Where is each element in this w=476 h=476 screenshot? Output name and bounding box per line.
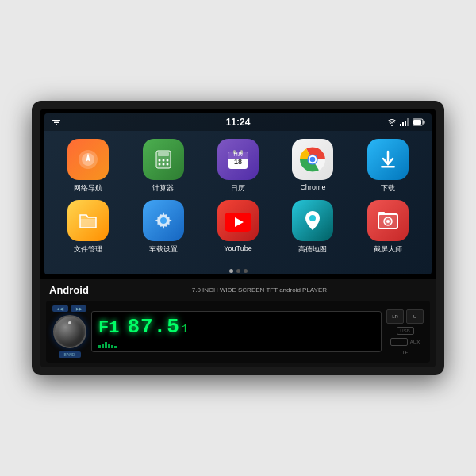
svg-rect-33: [80, 219, 96, 228]
signal-icon: [400, 117, 409, 127]
bar-1: [98, 345, 101, 348]
svg-point-19: [162, 163, 164, 166]
next-track-button[interactable]: |▶▶: [71, 305, 86, 312]
svg-rect-0: [52, 120, 60, 121]
lr-button[interactable]: LR: [386, 309, 404, 324]
app-grid: 网络导航: [44, 131, 432, 266]
svg-point-16: [162, 159, 164, 162]
settings-icon: [143, 200, 184, 241]
svg-rect-14: [158, 152, 169, 156]
app-download[interactable]: 下载: [354, 139, 422, 194]
svg-point-31: [310, 157, 316, 163]
svg-point-15: [158, 159, 160, 162]
nav-icon: [67, 139, 109, 180]
signal-bars: [98, 340, 374, 348]
svg-rect-3: [400, 124, 401, 126]
volume-knob[interactable]: [53, 315, 86, 348]
radio-panel: ◀◀| |▶▶ BAND F1 87.5 1: [46, 301, 430, 363]
calc-icon: [143, 139, 184, 180]
svg-rect-2: [56, 124, 57, 125]
app-screenshot[interactable]: 截屏大师: [354, 200, 422, 255]
svg-rect-6: [407, 118, 409, 126]
freq-number: 87.5: [127, 315, 179, 339]
right-controls: LR U USB AUX TF: [386, 309, 424, 355]
u-button[interactable]: U: [406, 309, 424, 324]
app-calculator[interactable]: 计算器: [129, 139, 197, 194]
tf-label: TF: [402, 350, 408, 355]
status-right-icons: [387, 117, 425, 127]
calc-label: 计算器: [152, 183, 174, 194]
dot-1: [229, 269, 233, 273]
product-label: 7.0 INCH WIDE SCREEN TFT android PLAYER: [95, 286, 424, 294]
status-time: 11:24: [226, 117, 251, 128]
prev-track-button[interactable]: ◀◀|: [52, 305, 68, 312]
screenshot-label: 截屏大师: [374, 244, 402, 255]
bar-2: [102, 344, 104, 348]
svg-rect-9: [413, 120, 421, 125]
dot-2: [236, 269, 240, 273]
maps-icon: [292, 200, 333, 241]
freq-prefix: F1: [98, 318, 119, 338]
svg-rect-40: [378, 212, 385, 214]
battery-icon: [413, 118, 425, 126]
bar-6: [114, 346, 117, 348]
tf-aux-group: AUX: [390, 338, 420, 346]
panel-top: Android 7.0 INCH WIDE SCREEN TFT android…: [46, 284, 430, 296]
chrome-icon: [292, 139, 333, 180]
svg-rect-5: [405, 121, 406, 126]
screen-dots: [44, 266, 432, 274]
calendar-label: 日历: [231, 183, 245, 194]
bar-5: [111, 345, 113, 348]
lr-u-group: LR U: [386, 309, 424, 324]
app-calendar[interactable]: 18 日历 日历: [204, 139, 272, 194]
screenshot-icon: [367, 200, 409, 241]
android-label: Android: [49, 284, 89, 296]
android-nav-icon: [51, 117, 62, 128]
usb-slot[interactable]: USB: [397, 327, 414, 335]
status-left-icons: [51, 117, 62, 128]
wifi-icon: [387, 117, 397, 127]
android-screen: 11:24: [44, 113, 432, 274]
svg-text:18: 18: [234, 158, 242, 166]
tf-slot[interactable]: [390, 338, 408, 346]
svg-point-17: [166, 159, 168, 162]
maps-label: 高德地图: [298, 244, 327, 255]
freq-suffix: 1: [182, 323, 188, 336]
app-files[interactable]: 文件管理: [54, 200, 122, 255]
svg-rect-8: [424, 121, 425, 124]
download-label: 下载: [381, 183, 395, 194]
app-maps[interactable]: 高德地图: [278, 200, 347, 255]
svg-point-38: [309, 215, 316, 221]
knob-top-buttons: ◀◀| |▶▶: [52, 305, 86, 312]
status-bar: 11:24: [44, 113, 432, 131]
frequency-display: F1 87.5 1: [91, 311, 382, 352]
files-icon: [67, 200, 109, 241]
youtube-label: YouTube: [224, 244, 251, 252]
svg-point-20: [166, 163, 168, 166]
bar-4: [108, 344, 110, 348]
files-label: 文件管理: [74, 244, 102, 255]
bar-3: [105, 342, 107, 348]
svg-text:日历: 日历: [233, 152, 244, 156]
device-panel: Android 7.0 INCH WIDE SCREEN TFT android…: [40, 279, 436, 367]
nav-label: 网络导航: [74, 183, 102, 194]
svg-point-18: [158, 163, 160, 166]
freq-readout: F1 87.5 1: [98, 315, 374, 339]
app-settings[interactable]: 车载设置: [129, 200, 197, 255]
chrome-label: Chrome: [300, 183, 325, 191]
svg-point-35: [160, 217, 167, 224]
screen-section: 11:24: [40, 109, 436, 279]
svg-rect-1: [54, 122, 59, 124]
knob-section: ◀◀| |▶▶ BAND: [52, 305, 86, 358]
app-chrome[interactable]: Chrome: [278, 139, 347, 194]
settings-label: 车载设置: [149, 244, 178, 255]
youtube-icon: [217, 200, 259, 241]
car-player-device: 11:24: [32, 101, 444, 375]
app-youtube[interactable]: YouTube: [204, 200, 272, 255]
app-nav[interactable]: 网络导航: [54, 139, 122, 194]
svg-rect-32: [381, 166, 395, 168]
band-button[interactable]: BAND: [59, 351, 81, 358]
svg-rect-4: [402, 122, 404, 126]
download-icon: [367, 139, 409, 180]
calendar-icon: 18 日历: [217, 139, 259, 180]
